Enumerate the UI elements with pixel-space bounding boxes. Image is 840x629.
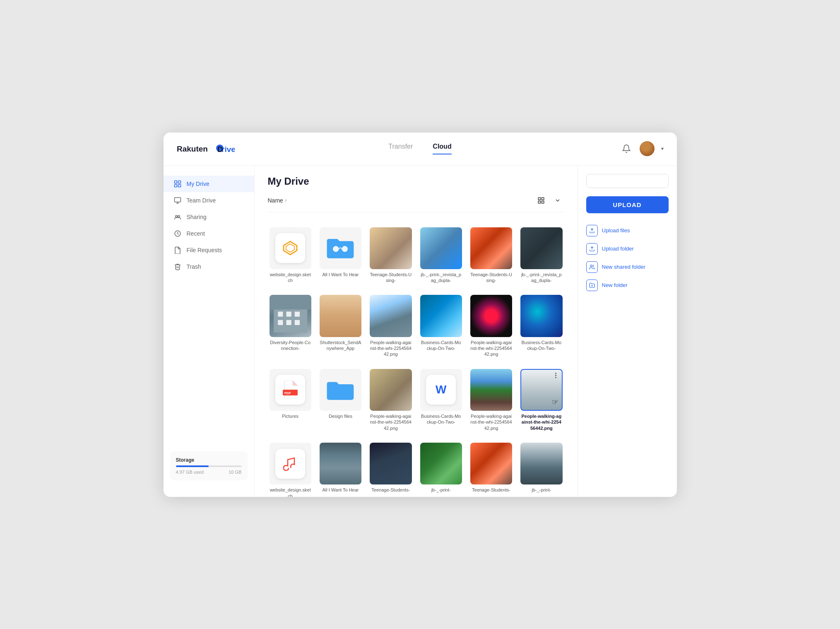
upload-folder-label: Upload folder — [602, 246, 634, 252]
file-item-foggy[interactable]: jb-_-print- — [519, 439, 564, 497]
file-item-space[interactable]: People-walking-against-the-whi-225456442… — [469, 292, 514, 360]
grid-view-button[interactable] — [534, 194, 548, 207]
file-item-aerial-1[interactable]: Teenage-Students-Using- — [368, 224, 413, 287]
file-thumb-foggy — [520, 443, 562, 484]
file-item-word[interactable]: W Business-Cards-Mockup-On-Two- — [419, 366, 464, 434]
file-name-13: Pictures — [282, 413, 298, 419]
file-thumb-green — [420, 443, 462, 484]
sidebar-item-team-drive[interactable]: Team Drive — [164, 192, 254, 209]
header: Rakuten rive D Transfer Cloud ▾ — [164, 133, 677, 166]
file-name-4: jb-_-print-_revista_pag_dupla- — [420, 272, 462, 284]
file-item-snowy[interactable]: People-walking-against-the-whi-225456442… — [368, 292, 413, 360]
svg-rect-15 — [542, 198, 544, 200]
sidebar-item-recent[interactable]: Recent — [164, 225, 254, 242]
file-item-red-mountain[interactable]: Teenage-Students-Using- — [469, 224, 514, 287]
file-item-wave[interactable]: Business-Cards-Mockup-On-Two- — [419, 292, 464, 360]
trash-icon — [173, 263, 182, 271]
upload-files-item[interactable]: Upload files — [586, 222, 669, 240]
file-item-building[interactable]: Diversity-People-Connection- — [268, 292, 313, 360]
sidebar-item-my-drive[interactable]: My Drive — [164, 176, 254, 192]
new-folder-label: New folder — [602, 282, 628, 288]
svg-rect-14 — [538, 198, 540, 200]
file-item-green[interactable]: jb-_-print- — [419, 439, 464, 497]
file-name-11: People-walking-against-the-whi-225456442… — [470, 340, 512, 357]
file-name-16: Business-Cards-Mockup-On-Two- — [420, 413, 462, 425]
cursor-hand-icon: ☞ — [552, 398, 558, 407]
svg-marker-19 — [286, 244, 294, 252]
storage-box: Storage 4.97 GB used 10 GB — [170, 451, 248, 480]
file-item-website-design-sketch[interactable]: website_design.sketch — [268, 224, 313, 287]
upload-folder-item[interactable]: Upload folder — [586, 240, 669, 258]
tab-transfer[interactable]: Transfer — [388, 143, 413, 154]
svg-rect-25 — [294, 312, 299, 317]
sidebar-label-my-drive: My Drive — [187, 181, 209, 187]
svg-rect-27 — [286, 320, 291, 325]
file-name-7: Diversity-People-Connection- — [270, 340, 311, 352]
sidebar-label-trash: Trash — [187, 263, 201, 270]
file-item-design-files[interactable]: Design files — [318, 366, 363, 434]
svg-rect-6 — [174, 184, 177, 187]
sidebar-item-file-requests[interactable]: File Requests — [164, 242, 254, 258]
file-item-mountain-lake[interactable]: People-walking-against-the-whi-225456442… — [469, 366, 514, 434]
file-thumb-mountain-road — [320, 443, 361, 484]
file-name-17: People-walking-against-the-whi-225456442… — [470, 413, 512, 431]
file-item-nebula[interactable]: Business-Cards-Mockup-On-Two- — [519, 292, 564, 360]
svg-marker-18 — [284, 241, 297, 255]
file-thumb-folder-blue — [320, 369, 361, 411]
upload-folder-icon — [586, 243, 598, 255]
header-right: ▾ — [589, 141, 664, 156]
notification-bell-icon[interactable] — [620, 142, 633, 155]
file-item-music[interactable]: website_design.sketch — [268, 439, 313, 497]
file-item-aerial-2[interactable]: People-walking-against-the-whi-225456442… — [368, 366, 413, 434]
file-item-skin[interactable]: Shutterstock_SendAnywhere_App — [318, 292, 363, 360]
file-item-pictures[interactable]: PDF Pictures — [268, 366, 313, 434]
svg-point-21 — [342, 246, 348, 252]
storage-total: 10 GB — [229, 470, 241, 475]
file-item-dark-rock[interactable]: jb-_-print-_revista_pag_dupla- — [519, 224, 564, 287]
file-thumb-sketch — [270, 227, 311, 269]
file-thumb-space — [470, 295, 512, 337]
svg-rect-29 — [270, 295, 311, 309]
avatar-dropdown-icon[interactable]: ▾ — [661, 146, 664, 152]
file-item-mountain-road[interactable]: All I Want To Hear — [318, 439, 363, 497]
file-name-22: jb-_-print- — [431, 487, 451, 493]
sharing-icon — [173, 213, 182, 221]
search-input[interactable] — [592, 178, 661, 184]
new-folder-item[interactable]: New folder — [586, 276, 669, 294]
file-name-12: Business-Cards-Mockup-On-Two- — [520, 340, 562, 352]
file-name-18: People-walking-against-the-whi-225456442… — [520, 413, 562, 431]
file-item-redrock[interactable]: Teenage-Students- — [469, 439, 514, 497]
recent-icon — [173, 229, 182, 238]
sort-control[interactable]: Name ↑ — [268, 197, 287, 204]
sidebar-item-sharing[interactable]: Sharing — [164, 209, 254, 225]
file-thumb-word: W — [420, 369, 462, 411]
my-drive-icon — [173, 180, 182, 188]
file-item-blue-water[interactable]: jb-_-print-_revista_pag_dupla- — [419, 224, 464, 287]
sidebar-label-file-requests: File Requests — [187, 247, 222, 253]
file-name-19: website_design.sketch — [270, 487, 311, 496]
tab-cloud[interactable]: Cloud — [433, 143, 451, 154]
avatar[interactable] — [640, 141, 655, 156]
svg-text:rive: rive — [221, 145, 235, 154]
sidebar-item-trash[interactable]: Trash — [164, 258, 254, 275]
file-name-2: All I Want To Hear — [322, 272, 359, 277]
sidebar: My Drive Team Drive — [164, 166, 255, 497]
file-item-dark-2[interactable]: Teenage-Students- — [368, 439, 413, 497]
sort-options-button[interactable] — [551, 194, 564, 207]
search-box — [586, 174, 669, 188]
sidebar-label-team-drive: Team Drive — [187, 197, 216, 204]
new-shared-folder-item[interactable]: New shared folder — [586, 258, 669, 276]
file-item-all-i-want-to-hear[interactable]: All I Want To Hear — [318, 224, 363, 287]
file-options-icon[interactable] — [552, 371, 560, 380]
upload-button[interactable]: UPLOAD — [586, 196, 669, 213]
file-requests-icon — [173, 246, 182, 254]
page-title: My Drive — [268, 176, 564, 187]
team-drive-icon — [173, 196, 182, 205]
app-container: Rakuten rive D Transfer Cloud ▾ — [164, 133, 677, 497]
file-name-5: Teenage-Students-Using- — [470, 272, 512, 284]
storage-used: 4.97 GB used — [176, 470, 204, 475]
file-name-24: jb-_-print- — [532, 487, 551, 493]
file-name-10: Business-Cards-Mockup-On-Two- — [420, 340, 462, 352]
file-item-modern-building[interactable]: ☞ People-walking-against-the-whi-2254564… — [519, 366, 564, 434]
file-thumb-snowy — [370, 295, 412, 337]
